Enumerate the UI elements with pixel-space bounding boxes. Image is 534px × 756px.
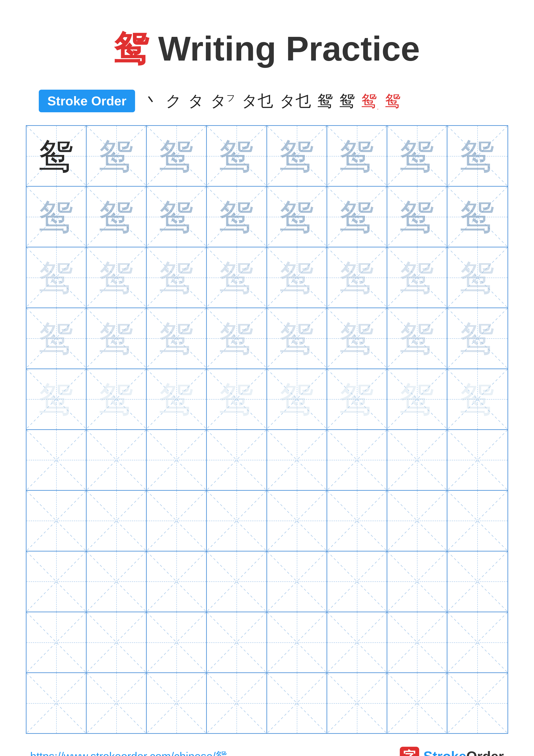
svg-line-144 <box>27 673 86 733</box>
grid-cell-9-4[interactable] <box>207 612 267 672</box>
grid-cell-4-8[interactable]: 鸳 <box>447 308 507 368</box>
grid-cell-4-1[interactable]: 鸳 <box>27 308 87 368</box>
grid-cell-1-7[interactable]: 鸳 <box>387 126 447 186</box>
grid-cell-3-5[interactable]: 鸳 <box>267 247 327 308</box>
grid-cell-2-8[interactable]: 鸳 <box>447 187 507 247</box>
svg-line-98 <box>87 491 146 551</box>
grid-cell-4-6[interactable]: 鸳 <box>327 308 387 368</box>
grid-cell-10-5[interactable] <box>267 673 327 733</box>
grid-cell-4-2[interactable]: 鸳 <box>87 308 147 368</box>
grid-cell-7-8[interactable] <box>447 491 507 551</box>
svg-line-157 <box>387 673 447 733</box>
grid-cell-5-8[interactable]: 鸳 <box>447 369 507 429</box>
grid-cell-4-4[interactable]: 鸳 <box>207 308 267 368</box>
footer-url-link[interactable]: https://www.strokeorder.com/chinese/鸳 <box>30 749 227 756</box>
grid-cell-9-8[interactable] <box>447 612 507 672</box>
grid-cell-1-3[interactable]: 鸳 <box>147 126 207 186</box>
grid-cell-2-5[interactable]: 鸳 <box>267 187 327 247</box>
grid-cell-8-6[interactable] <box>327 552 387 611</box>
grid-cell-1-8[interactable]: 鸳 <box>447 126 507 186</box>
grid-cell-10-2[interactable] <box>87 673 147 733</box>
grid-cell-8-3[interactable] <box>147 552 207 611</box>
svg-line-90 <box>327 430 387 490</box>
grid-cell-3-3[interactable]: 鸳 <box>147 247 207 308</box>
grid-cell-6-8[interactable] <box>447 430 507 490</box>
grid-cell-7-2[interactable] <box>87 491 147 551</box>
grid-cell-8-8[interactable] <box>447 552 507 611</box>
grid-cell-5-6[interactable]: 鸳 <box>327 369 387 429</box>
svg-line-125 <box>387 552 447 611</box>
grid-cell-1-5[interactable]: 鸳 <box>267 126 327 186</box>
grid-cell-6-2[interactable] <box>87 430 147 490</box>
stroke-char-6: タ乜 <box>280 91 311 111</box>
grid-cell-5-3[interactable]: 鸳 <box>147 369 207 429</box>
grid-cell-2-1[interactable]: 鸳 <box>27 187 87 247</box>
grid-cell-8-5[interactable] <box>267 552 327 611</box>
svg-line-153 <box>267 673 327 733</box>
grid-cell-4-5[interactable]: 鸳 <box>267 308 327 368</box>
grid-cell-10-3[interactable] <box>147 673 207 733</box>
grid-cell-6-1[interactable] <box>27 430 87 490</box>
grid-cell-2-7[interactable]: 鸳 <box>387 187 447 247</box>
svg-line-129 <box>27 612 86 672</box>
logo-text: StrokeOrder <box>423 748 504 756</box>
grid-cell-3-2[interactable]: 鸳 <box>87 247 147 308</box>
grid-cell-3-7[interactable]: 鸳 <box>387 247 447 308</box>
grid-cell-6-6[interactable] <box>327 430 387 490</box>
grid-cell-3-4[interactable]: 鸳 <box>207 247 267 308</box>
grid-cell-1-2[interactable]: 鸳 <box>87 126 147 186</box>
grid-cell-4-3[interactable]: 鸳 <box>147 308 207 368</box>
grid-cell-3-6[interactable]: 鸳 <box>327 247 387 308</box>
grid-cell-7-1[interactable] <box>27 491 87 551</box>
grid-cell-9-6[interactable] <box>327 612 387 672</box>
grid-cell-1-6[interactable]: 鸳 <box>327 126 387 186</box>
grid-cell-3-1[interactable]: 鸳 <box>27 247 87 308</box>
grid-cell-8-7[interactable] <box>387 552 447 611</box>
grid-cell-2-4[interactable]: 鸳 <box>207 187 267 247</box>
grid-row-4: 鸳 鸳 鸳 鸳 <box>27 308 507 369</box>
grid-cell-6-4[interactable] <box>207 430 267 490</box>
grid-cell-5-1[interactable]: 鸳 <box>27 369 87 429</box>
grid-cell-2-2[interactable]: 鸳 <box>87 187 147 247</box>
grid-cell-9-5[interactable] <box>267 612 327 672</box>
grid-cell-7-3[interactable] <box>147 491 207 551</box>
grid-cell-5-4[interactable]: 鸳 <box>207 369 267 429</box>
svg-line-115 <box>87 552 146 611</box>
grid-cell-5-2[interactable]: 鸳 <box>87 369 147 429</box>
grid-cell-7-4[interactable] <box>207 491 267 551</box>
svg-line-136 <box>267 612 327 672</box>
grid-row-8 <box>27 552 507 612</box>
grid-cell-7-6[interactable] <box>327 491 387 551</box>
svg-line-151 <box>207 673 266 733</box>
grid-cell-6-7[interactable] <box>387 430 447 490</box>
grid-cell-2-3[interactable]: 鸳 <box>147 187 207 247</box>
grid-cell-5-7[interactable]: 鸳 <box>387 369 447 429</box>
grid-cell-6-5[interactable] <box>267 430 327 490</box>
stroke-order-badge: Stroke Order <box>39 90 135 112</box>
grid-row-2: 鸳 鸳 鸳 鸳 <box>27 187 507 247</box>
grid-cell-10-6[interactable] <box>327 673 387 733</box>
grid-cell-6-3[interactable] <box>147 430 207 490</box>
grid-cell-8-1[interactable] <box>27 552 87 611</box>
grid-cell-8-2[interactable] <box>87 552 147 611</box>
grid-cell-2-6[interactable]: 鸳 <box>327 187 387 247</box>
grid-cell-10-1[interactable] <box>27 673 87 733</box>
grid-cell-10-8[interactable] <box>447 673 507 733</box>
grid-cell-8-4[interactable] <box>207 552 267 611</box>
grid-cell-10-4[interactable] <box>207 673 267 733</box>
grid-cell-1-4[interactable]: 鸳 <box>207 126 267 186</box>
svg-line-108 <box>387 491 447 551</box>
grid-cell-3-8[interactable]: 鸳 <box>447 247 507 308</box>
grid-cell-4-7[interactable]: 鸳 <box>387 308 447 368</box>
grid-cell-7-5[interactable] <box>267 491 327 551</box>
svg-line-116 <box>147 552 206 611</box>
grid-cell-9-7[interactable] <box>387 612 447 672</box>
grid-cell-5-5[interactable]: 鸳 <box>267 369 327 429</box>
grid-cell-9-3[interactable] <box>147 612 207 672</box>
grid-cell-9-1[interactable] <box>27 612 87 672</box>
stroke-char-3: タ <box>188 91 204 111</box>
grid-cell-7-7[interactable] <box>387 491 447 551</box>
grid-cell-1-1[interactable]: 鸳 <box>27 126 87 186</box>
grid-cell-9-2[interactable] <box>87 612 147 672</box>
grid-cell-10-7[interactable] <box>387 673 447 733</box>
